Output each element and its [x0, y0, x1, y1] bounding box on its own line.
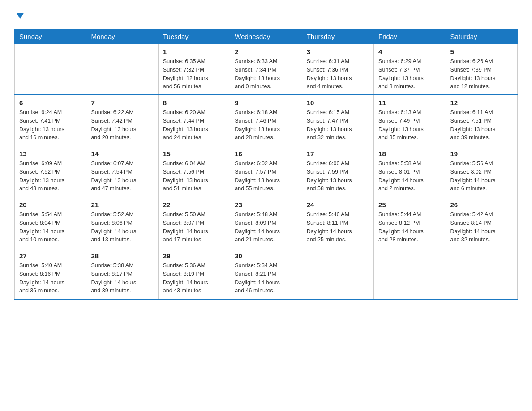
calendar-cell: 4Sunrise: 6:29 AM Sunset: 7:37 PM Daylig… [374, 44, 446, 95]
calendar-cell: 1Sunrise: 6:35 AM Sunset: 7:32 PM Daylig… [158, 44, 230, 95]
day-info: Sunrise: 5:40 AM Sunset: 8:16 PM Dayligh… [19, 261, 82, 295]
calendar-cell: 12Sunrise: 6:11 AM Sunset: 7:51 PM Dayli… [446, 95, 517, 146]
day-number: 17 [307, 150, 369, 158]
day-info: Sunrise: 5:52 AM Sunset: 8:06 PM Dayligh… [91, 210, 153, 244]
calendar-cell: 9Sunrise: 6:18 AM Sunset: 7:46 PM Daylig… [230, 95, 302, 146]
week-row-1: 1Sunrise: 6:35 AM Sunset: 7:32 PM Daylig… [15, 44, 518, 95]
day-info: Sunrise: 6:26 AM Sunset: 7:39 PM Dayligh… [450, 57, 513, 91]
day-number: 19 [450, 150, 513, 158]
day-number: 7 [91, 99, 153, 107]
day-info: Sunrise: 6:04 AM Sunset: 7:56 PM Dayligh… [163, 159, 225, 193]
calendar-cell [374, 248, 446, 299]
header-saturday: Saturday [446, 29, 517, 44]
calendar-cell: 24Sunrise: 5:46 AM Sunset: 8:11 PM Dayli… [302, 197, 373, 248]
day-info: Sunrise: 5:42 AM Sunset: 8:14 PM Dayligh… [450, 210, 513, 244]
logo [14, 11, 25, 21]
calendar-cell: 25Sunrise: 5:44 AM Sunset: 8:12 PM Dayli… [374, 197, 446, 248]
day-info: Sunrise: 5:34 AM Sunset: 8:21 PM Dayligh… [235, 261, 297, 295]
day-number: 18 [378, 150, 441, 158]
day-number: 3 [307, 48, 369, 56]
day-number: 21 [91, 201, 153, 209]
day-number: 5 [450, 48, 513, 56]
day-number: 22 [163, 201, 225, 209]
day-info: Sunrise: 5:56 AM Sunset: 8:02 PM Dayligh… [450, 159, 513, 193]
calendar-cell: 13Sunrise: 6:09 AM Sunset: 7:52 PM Dayli… [15, 146, 86, 197]
day-number: 2 [235, 48, 297, 56]
calendar-cell [15, 44, 86, 95]
day-number: 28 [91, 252, 153, 260]
day-info: Sunrise: 6:13 AM Sunset: 7:49 PM Dayligh… [378, 108, 441, 142]
day-info: Sunrise: 6:00 AM Sunset: 7:59 PM Dayligh… [307, 159, 369, 193]
calendar-cell: 29Sunrise: 5:36 AM Sunset: 8:19 PM Dayli… [158, 248, 230, 299]
svg-marker-0 [16, 13, 24, 19]
calendar-cell: 7Sunrise: 6:22 AM Sunset: 7:42 PM Daylig… [86, 95, 158, 146]
day-info: Sunrise: 6:11 AM Sunset: 7:51 PM Dayligh… [450, 108, 513, 142]
calendar-cell: 23Sunrise: 5:48 AM Sunset: 8:09 PM Dayli… [230, 197, 302, 248]
day-number: 30 [235, 252, 297, 260]
day-number: 4 [378, 48, 441, 56]
day-number: 10 [307, 99, 369, 107]
calendar-cell: 2Sunrise: 6:33 AM Sunset: 7:34 PM Daylig… [230, 44, 302, 95]
calendar-cell: 15Sunrise: 6:04 AM Sunset: 7:56 PM Dayli… [158, 146, 230, 197]
week-row-3: 13Sunrise: 6:09 AM Sunset: 7:52 PM Dayli… [15, 146, 518, 197]
header-friday: Friday [374, 29, 446, 44]
day-info: Sunrise: 5:54 AM Sunset: 8:04 PM Dayligh… [19, 210, 82, 244]
day-info: Sunrise: 6:07 AM Sunset: 7:54 PM Dayligh… [91, 159, 153, 193]
calendar-table: SundayMondayTuesdayWednesdayThursdayFrid… [14, 29, 518, 300]
calendar-cell [86, 44, 158, 95]
day-number: 13 [19, 150, 82, 158]
week-row-5: 27Sunrise: 5:40 AM Sunset: 8:16 PM Dayli… [15, 248, 518, 299]
day-number: 29 [163, 252, 225, 260]
day-info: Sunrise: 6:33 AM Sunset: 7:34 PM Dayligh… [235, 57, 297, 91]
calendar-cell: 10Sunrise: 6:15 AM Sunset: 7:47 PM Dayli… [302, 95, 373, 146]
logo-arrow-icon [15, 11, 25, 21]
day-info: Sunrise: 6:20 AM Sunset: 7:44 PM Dayligh… [163, 108, 225, 142]
calendar-cell: 17Sunrise: 6:00 AM Sunset: 7:59 PM Dayli… [302, 146, 373, 197]
day-info: Sunrise: 6:29 AM Sunset: 7:37 PM Dayligh… [378, 57, 441, 91]
header-thursday: Thursday [302, 29, 373, 44]
day-number: 15 [163, 150, 225, 158]
day-info: Sunrise: 6:09 AM Sunset: 7:52 PM Dayligh… [19, 159, 82, 193]
calendar-cell: 27Sunrise: 5:40 AM Sunset: 8:16 PM Dayli… [15, 248, 86, 299]
calendar-cell [446, 248, 517, 299]
calendar-cell: 5Sunrise: 6:26 AM Sunset: 7:39 PM Daylig… [446, 44, 517, 95]
header-monday: Monday [86, 29, 158, 44]
calendar-cell: 22Sunrise: 5:50 AM Sunset: 8:07 PM Dayli… [158, 197, 230, 248]
day-number: 1 [163, 48, 225, 56]
calendar-cell: 28Sunrise: 5:38 AM Sunset: 8:17 PM Dayli… [86, 248, 158, 299]
day-number: 27 [19, 252, 82, 260]
day-info: Sunrise: 5:38 AM Sunset: 8:17 PM Dayligh… [91, 261, 153, 295]
calendar-cell: 18Sunrise: 5:58 AM Sunset: 8:01 PM Dayli… [374, 146, 446, 197]
calendar-header-row: SundayMondayTuesdayWednesdayThursdayFrid… [15, 29, 518, 44]
day-number: 26 [450, 201, 513, 209]
day-number: 14 [91, 150, 153, 158]
week-row-2: 6Sunrise: 6:24 AM Sunset: 7:41 PM Daylig… [15, 95, 518, 146]
day-number: 11 [378, 99, 441, 107]
calendar-cell: 11Sunrise: 6:13 AM Sunset: 7:49 PM Dayli… [374, 95, 446, 146]
calendar-cell: 16Sunrise: 6:02 AM Sunset: 7:57 PM Dayli… [230, 146, 302, 197]
day-info: Sunrise: 5:44 AM Sunset: 8:12 PM Dayligh… [378, 210, 441, 244]
day-number: 24 [307, 201, 369, 209]
day-number: 16 [235, 150, 297, 158]
calendar-cell: 26Sunrise: 5:42 AM Sunset: 8:14 PM Dayli… [446, 197, 517, 248]
day-info: Sunrise: 6:35 AM Sunset: 7:32 PM Dayligh… [163, 57, 225, 91]
calendar-cell: 30Sunrise: 5:34 AM Sunset: 8:21 PM Dayli… [230, 248, 302, 299]
day-info: Sunrise: 5:36 AM Sunset: 8:19 PM Dayligh… [163, 261, 225, 295]
calendar-cell: 8Sunrise: 6:20 AM Sunset: 7:44 PM Daylig… [158, 95, 230, 146]
day-number: 9 [235, 99, 297, 107]
day-info: Sunrise: 5:48 AM Sunset: 8:09 PM Dayligh… [235, 210, 297, 244]
day-number: 12 [450, 99, 513, 107]
day-number: 8 [163, 99, 225, 107]
day-number: 23 [235, 201, 297, 209]
day-number: 20 [19, 201, 82, 209]
day-info: Sunrise: 6:31 AM Sunset: 7:36 PM Dayligh… [307, 57, 369, 91]
calendar-cell: 21Sunrise: 5:52 AM Sunset: 8:06 PM Dayli… [86, 197, 158, 248]
calendar-cell: 20Sunrise: 5:54 AM Sunset: 8:04 PM Dayli… [15, 197, 86, 248]
day-info: Sunrise: 5:50 AM Sunset: 8:07 PM Dayligh… [163, 210, 225, 244]
calendar-cell: 19Sunrise: 5:56 AM Sunset: 8:02 PM Dayli… [446, 146, 517, 197]
calendar-cell [302, 248, 373, 299]
calendar-cell: 14Sunrise: 6:07 AM Sunset: 7:54 PM Dayli… [86, 146, 158, 197]
day-info: Sunrise: 6:02 AM Sunset: 7:57 PM Dayligh… [235, 159, 297, 193]
calendar-cell: 6Sunrise: 6:24 AM Sunset: 7:41 PM Daylig… [15, 95, 86, 146]
day-number: 6 [19, 99, 82, 107]
